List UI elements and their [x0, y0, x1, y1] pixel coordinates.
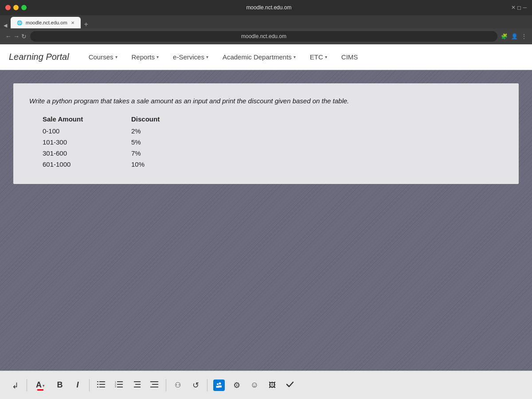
outdent-icon [150, 381, 158, 390]
svg-rect-9 [117, 381, 123, 382]
question-text: Write a python program that takes a sale… [29, 96, 503, 106]
bold-button[interactable]: B [52, 377, 68, 393]
table-row: 101-300 5% [43, 138, 503, 146]
font-chevron-icon: ▾ [43, 383, 45, 388]
academic-chevron-icon: ▾ [293, 55, 296, 59]
settings-gear-icon: ⚙ [233, 380, 240, 390]
page-wrapper: moodle.nct.edu.om ✕ ◻ ─ ◀ 🌐 moodle.nct.e… [0, 0, 532, 399]
nav-item-courses[interactable]: Courses ▾ [82, 44, 125, 70]
new-tab-button[interactable]: + [84, 20, 88, 28]
browser-chrome-top: moodle.nct.edu.om ✕ ◻ ─ [0, 0, 532, 15]
link-icon: ⚇ [175, 381, 181, 389]
font-underline [37, 389, 43, 391]
amount-301-600: 301-600 [43, 149, 131, 157]
outdent-button[interactable] [146, 377, 162, 393]
font-icon: A [36, 380, 42, 390]
svg-point-18 [219, 382, 221, 384]
extensions-icon[interactable]: 🧩 [501, 33, 508, 39]
separator-1 [27, 379, 27, 391]
reports-chevron-icon: ▾ [156, 55, 159, 59]
tab-label: moodle.nct.edu.om [26, 20, 67, 25]
browser-tabs-row: ◀ 🌐 moodle.nct.edu.om ✕ + [0, 15, 532, 28]
check-icon [286, 380, 294, 391]
undo-icon: ↱ [12, 380, 19, 390]
nav-item-academic[interactable]: Academic Departments ▾ [215, 44, 303, 70]
settings-icon[interactable]: ⋮ [521, 33, 527, 39]
undo-curved-button[interactable]: ↺ [188, 377, 203, 393]
table-row: 301-600 7% [43, 149, 503, 157]
italic-button[interactable]: I [70, 377, 86, 393]
address-field[interactable]: moodle.nct.edu.om [30, 31, 497, 42]
tab-favicon: 🌐 [17, 20, 22, 25]
maximize-window-btn[interactable] [21, 5, 27, 10]
profile-icon[interactable]: 👤 [511, 33, 518, 39]
content-box: Write a python program that takes a sale… [13, 83, 519, 184]
forward-nav-icon[interactable]: → [13, 33, 20, 40]
submit-button[interactable] [282, 377, 298, 393]
nav-eservices-label: e-Services [173, 53, 204, 61]
svg-text:3: 3 [115, 385, 116, 388]
table-row: 601-1000 10% [43, 160, 503, 168]
window-controls [5, 5, 27, 10]
amount-101-300: 101-300 [43, 138, 131, 146]
svg-rect-4 [99, 384, 105, 385]
refresh-icon[interactable]: ↻ [21, 33, 27, 40]
discount-table: Sale Amount Discount 0-100 2% 101-300 5%… [29, 115, 503, 168]
discount-10pct: 10% [131, 160, 184, 168]
col-amount-header: Sale Amount [43, 115, 131, 123]
emoji-button[interactable]: ☺ [246, 377, 262, 393]
discount-5pct: 5% [131, 138, 184, 146]
nav-item-eservices[interactable]: e-Services ▾ [166, 44, 215, 70]
tab-close-icon[interactable]: ✕ [71, 20, 74, 25]
nav-item-reports[interactable]: Reports ▾ [125, 44, 166, 70]
col-discount-header: Discount [131, 115, 184, 123]
svg-rect-2 [97, 387, 98, 387]
nav-buttons: ← → ↻ [5, 33, 27, 40]
browser-action-icons: 🧩 👤 ⋮ [501, 33, 527, 39]
svg-rect-11 [117, 387, 123, 387]
etc-chevron-icon: ▾ [325, 55, 327, 59]
indent-button[interactable] [129, 377, 145, 393]
nav-academic-label: Academic Departments [223, 53, 292, 61]
site-logo[interactable]: Learning Portal [9, 52, 69, 62]
discount-7pct: 7% [131, 149, 184, 157]
nav-item-etc[interactable]: ETC ▾ [303, 44, 334, 70]
font-button[interactable]: A ▾ [31, 377, 50, 393]
main-content-area: Write a python program that takes a sale… [0, 70, 532, 399]
svg-rect-0 [97, 381, 98, 382]
table-header-row: Sale Amount Discount [43, 115, 503, 123]
browser-url: moodle.nct.edu.om [246, 4, 291, 11]
nav-reports-label: Reports [132, 53, 155, 61]
numbered-list-icon: 1 2 3 [115, 381, 123, 390]
table-row: 0-100 2% [43, 127, 503, 135]
svg-rect-14 [134, 387, 141, 387]
browser-extra-controls: ✕ ◻ ─ [511, 4, 527, 11]
svg-point-19 [217, 383, 219, 385]
eservices-chevron-icon: ▾ [206, 55, 208, 59]
bullet-list-button[interactable] [93, 377, 109, 393]
image-icon: 🖼 [269, 381, 276, 389]
back-nav-icon[interactable]: ← [5, 33, 12, 40]
amount-0-100: 0-100 [43, 127, 131, 135]
nav-courses-label: Courses [89, 53, 113, 61]
undo-button[interactable]: ↱ [7, 377, 23, 393]
close-window-btn[interactable] [5, 5, 11, 10]
nav-bar: Learning Portal Courses ▾ Reports ▾ e-Se… [0, 44, 532, 70]
teams-button[interactable] [211, 377, 227, 393]
settings-button[interactable]: ⚙ [229, 377, 245, 393]
svg-rect-3 [99, 381, 105, 382]
indent-icon [133, 381, 141, 390]
nav-item-cims[interactable]: CIMS [334, 44, 365, 70]
nav-etc-label: ETC [310, 53, 323, 61]
minimize-window-btn[interactable] [13, 5, 19, 10]
back-button[interactable]: ◀ [4, 23, 7, 28]
numbered-list-button[interactable]: 1 2 3 [111, 377, 127, 393]
discount-2pct: 2% [131, 127, 184, 135]
italic-icon: I [76, 380, 78, 390]
svg-rect-16 [152, 384, 158, 385]
link-button[interactable]: ⚇ [170, 377, 186, 393]
image-button[interactable]: 🖼 [264, 377, 280, 393]
svg-rect-13 [135, 384, 141, 385]
bottom-toolbar: ↱ A ▾ B I [0, 371, 532, 399]
browser-active-tab[interactable]: 🌐 moodle.nct.edu.om ✕ [11, 17, 81, 28]
